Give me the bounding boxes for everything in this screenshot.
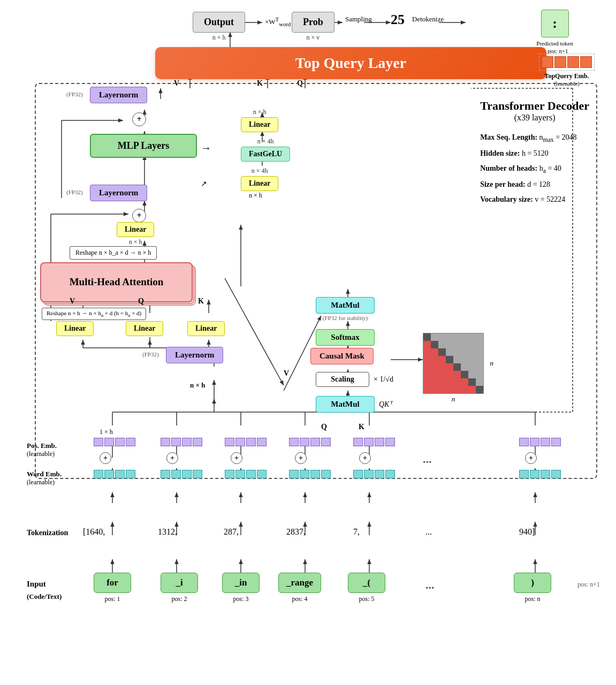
token-close-paren-box: ): [514, 573, 551, 593]
linear-v-box: Linear: [56, 321, 94, 336]
linear-k-box: Linear: [187, 321, 225, 336]
v-attn-label: V: [284, 369, 289, 378]
transformer-subtitle: (x39 layers): [480, 113, 589, 123]
k-attn-label: K: [359, 423, 364, 431]
token-i: _i pos: 2: [161, 573, 198, 603]
fp32-label-top: (FP32): [66, 91, 83, 97]
pos-emb-blocks-n: [519, 438, 561, 446]
mlp-linear-top-box: Linear: [241, 117, 278, 132]
tok-val-last: 940]: [519, 527, 535, 537]
layernorm-mid-box: Layernorm: [90, 185, 147, 201]
matmul-bot-box: MatMul: [316, 396, 375, 413]
top-query-banner: Top Query Layer: [155, 47, 546, 79]
linear-output-box: Linear: [117, 222, 154, 237]
plus-circle-emb-1: +: [100, 452, 111, 464]
tok-val-2: 287,: [224, 527, 239, 537]
word-emb-blocks-1: [94, 470, 135, 478]
word-emb-blocks-5: [353, 470, 395, 478]
matmul-bot-section: MatMul QKᵀ: [316, 396, 392, 413]
mlp-dim-h: n × h: [241, 108, 278, 116]
tok-val-1: 1312,: [158, 527, 177, 537]
q-mha-label: Q: [138, 297, 144, 306]
tok-val-4: 7,: [353, 527, 360, 537]
tokenization-label: Tokenization: [27, 529, 68, 537]
linear-v-section: Linear: [56, 321, 94, 336]
pos-5-label: pos: 5: [348, 595, 385, 603]
mlp-dim-4h-top: n × 4h: [241, 138, 290, 146]
scaling-section: Scaling × 1/√d: [316, 372, 393, 387]
arrow-mlp-detail: →: [201, 142, 211, 154]
prob-label: Prob: [292, 12, 334, 33]
linear-q-box: Linear: [126, 321, 163, 336]
pos-1-label: pos: 1: [94, 595, 131, 603]
pos-n1-label: pos: n+1: [577, 581, 600, 589]
token-close-paren: ) pos: n: [514, 573, 551, 603]
fp32-label-bot: (FP32): [142, 351, 159, 357]
softmax-section: Softmax: [316, 329, 375, 346]
causal-mask-grid: n n: [423, 333, 484, 394]
pos-emb-blocks-2: [161, 438, 202, 446]
mha-section: Multi-Head Attention: [40, 262, 193, 302]
n-x-h-bottom: n × h: [190, 381, 205, 390]
pos-4-label: pos: 4: [278, 595, 321, 603]
layernorm-top-box: Layernorm: [90, 87, 147, 103]
mlp-dim-4h-bot: n × 4h: [241, 167, 278, 175]
mlp-linear-top: n × h Linear: [241, 107, 278, 132]
token-for: for pos: 1: [94, 573, 131, 603]
qkt-label: QKᵀ: [379, 400, 392, 409]
word-emb-blocks-2: [161, 470, 202, 478]
input-label-section: Input (Code/Text): [27, 578, 62, 602]
plus-circle-mid: +: [132, 209, 146, 223]
tokenization-values: [1640,: [83, 527, 105, 537]
mlp-dim-h-bot: n × h: [249, 192, 262, 200]
causal-mask-box: Causal Mask: [310, 348, 374, 364]
pos-emb-blocks-1: [94, 438, 135, 446]
v-mha-label: V: [70, 297, 75, 306]
q-attn-label: Q: [321, 423, 327, 431]
token-range: _range pos: 4: [278, 573, 321, 603]
token-i-box: _i: [161, 573, 198, 593]
plus-circle-emb-n: +: [525, 452, 537, 464]
matmul-top-box: MatMul: [316, 297, 375, 314]
pos-n-label: pos: n: [514, 595, 551, 603]
pos-3-label: pos: 3: [222, 595, 260, 603]
plus-circle-emb-2: +: [166, 452, 178, 464]
mlp-fastgelu: n × 4h FastGeLU: [241, 136, 290, 162]
plus-circle-emb-3: +: [231, 452, 242, 464]
w-word-label: ×WTword: [265, 16, 291, 27]
arrow-mlp-detail2: ↗: [201, 179, 207, 188]
ellipsis-emb: ···: [423, 455, 432, 469]
tok-ellipsis: ...: [425, 527, 432, 537]
mlp-linear-bot: n × 4h Linear: [241, 166, 278, 191]
prob-box: Prob n × v: [292, 12, 334, 42]
token-for-box: for: [94, 573, 131, 593]
output-dim: n × h: [193, 34, 245, 42]
word-emb-blocks-n: [519, 470, 561, 478]
n-label-bottom: n: [452, 395, 455, 404]
word-emb-blocks-3: [225, 470, 267, 478]
plus-circle-emb-4: +: [295, 452, 307, 464]
layernorm-mid-section: (FP32) Layernorm: [90, 185, 147, 201]
token-range-box: _range: [278, 573, 321, 593]
layernorm-bottom-section: (FP32) Layernorm: [166, 347, 223, 363]
plus-circle-top: +: [132, 112, 146, 126]
top-query-layer-section: Top Query Layer: [155, 47, 546, 79]
n-label-right: n: [490, 359, 494, 368]
topquery-emb-label: TopQuery Emb.: [539, 72, 595, 80]
mlp-section: MLP Layers: [90, 134, 197, 158]
layernorm-bottom-box: Layernorm: [166, 347, 223, 363]
transformer-params: Max Seq. Length: nmax = 2048 Hidden size…: [480, 130, 589, 207]
linear-output-dim: n × h: [117, 238, 154, 246]
linear-output-section: Linear n × h: [117, 222, 154, 246]
token-paren: _( pos: 5: [348, 573, 385, 603]
word-emb-label: Word Emb. (learnable): [27, 470, 62, 486]
dim-1xh: 1 × h: [100, 428, 113, 436]
word-emb-blocks-4: [289, 470, 331, 478]
prob-dim: n × v: [292, 34, 334, 42]
fastgelu-box: FastGeLU: [241, 147, 290, 162]
detokenize-label: Detokenize: [412, 15, 444, 24]
scaling-formula: × 1/√d: [374, 375, 393, 384]
scaling-box: Scaling: [316, 372, 369, 387]
output-label: Output: [193, 12, 245, 33]
pos-2-label: pos: 2: [161, 595, 198, 603]
